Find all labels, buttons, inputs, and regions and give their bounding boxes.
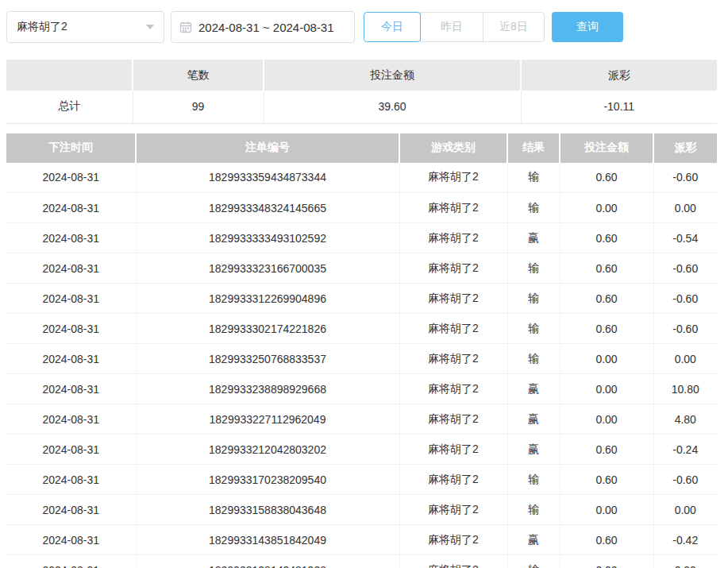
- table-row: 2024-08-31 1829933333493102592 麻将胡了2 赢 0…: [6, 223, 717, 253]
- bet-amount: 0.60: [560, 284, 653, 314]
- bet-date: 2024-08-31: [6, 495, 136, 525]
- date-range-value: 2024-08-31 ~ 2024-08-31: [198, 21, 334, 34]
- bet-result: 赢: [507, 435, 560, 465]
- toolbar: 麻将胡了2 2024-08-31 ~ 2024-08-31: [6, 11, 722, 43]
- bet-amount: 0.00: [560, 404, 653, 435]
- bet-result: 输: [507, 344, 560, 374]
- game-type: 麻将胡了2: [399, 223, 507, 253]
- bet-date: 2024-08-31: [6, 284, 136, 314]
- bet-result: 输: [507, 163, 560, 193]
- bet-id: 1829933359434873344: [136, 163, 399, 193]
- summary-table: 笔数 投注金额 派彩 总计 99 39.60 -10.11: [6, 60, 717, 124]
- game-type: 麻将胡了2: [399, 314, 507, 344]
- table-row: 2024-08-31 1829933302174221826 麻将胡了2 输 0…: [6, 314, 717, 344]
- bet-id: 1829933158838043648: [136, 495, 399, 525]
- game-type: 麻将胡了2: [399, 193, 507, 223]
- bet-result: 输: [507, 193, 560, 223]
- summary-count-value: 99: [133, 91, 264, 123]
- bet-result: 赢: [507, 223, 560, 253]
- bet-id: 1829933302174221826: [136, 314, 399, 344]
- table-row: 2024-08-31 1829933170238209540 麻将胡了2 输 0…: [6, 465, 717, 495]
- bet-result: 输: [507, 284, 560, 314]
- bet-payout: -0.54: [653, 223, 717, 253]
- bet-payout: 0.00: [653, 344, 717, 374]
- summary-total-row: 总计 99 39.60 -10.11: [6, 91, 717, 123]
- yesterday-button[interactable]: 昨日: [420, 12, 483, 42]
- today-button[interactable]: 今日: [364, 12, 421, 42]
- bet-date: 2024-08-31: [6, 435, 136, 465]
- bet-amount: 0.60: [560, 253, 653, 284]
- table-row: 2024-08-31 1829933227112962049 麻将胡了2 赢 0…: [6, 404, 717, 435]
- bet-records-page: 麻将胡了2 2024-08-31 ~ 2024-08-31: [0, 11, 728, 568]
- bet-id: 1829933250768833537: [136, 344, 399, 374]
- quick-range-group: 今日 昨日 近8日: [364, 12, 545, 42]
- summary-header-count: 笔数: [133, 60, 264, 91]
- bet-amount: 0.00: [560, 374, 653, 404]
- bet-payout: -0.60: [653, 253, 717, 284]
- bet-result: 赢: [507, 404, 560, 435]
- game-select[interactable]: 麻将胡了2: [6, 11, 164, 43]
- bet-result: 输: [507, 253, 560, 284]
- bet-date: 2024-08-31: [6, 404, 136, 435]
- bet-date: 2024-08-31: [6, 525, 136, 555]
- table-row: 2024-08-31 1829933212042803202 麻将胡了2 赢 0…: [6, 435, 717, 465]
- bet-amount: 0.60: [560, 314, 653, 344]
- summary-header-bet-amount: 投注金额: [264, 60, 521, 91]
- game-select-value: 麻将胡了2: [17, 20, 67, 34]
- game-type: 麻将胡了2: [399, 163, 507, 193]
- summary-header-row: 笔数 投注金额 派彩: [6, 60, 717, 91]
- bet-id: 1829933348324145665: [136, 193, 399, 223]
- bet-id: 1829933170238209540: [136, 465, 399, 495]
- bet-amount: 0.60: [560, 435, 653, 465]
- bet-date: 2024-08-31: [6, 465, 136, 495]
- bet-amount: 0.00: [560, 344, 653, 374]
- bet-payout: -0.60: [653, 163, 717, 193]
- header-result: 结果: [507, 133, 560, 163]
- last-8-days-button[interactable]: 近8日: [483, 12, 545, 42]
- table-row: 2024-08-31 1829933143851842049 麻将胡了2 赢 0…: [6, 525, 717, 555]
- bet-payout: 10.80: [653, 374, 717, 404]
- bet-id: 1829933143851842049: [136, 525, 399, 555]
- calendar-icon: [179, 21, 192, 33]
- summary-header-blank: [6, 60, 133, 91]
- table-row: 2024-08-31 1829933128143481928 麻将胡了2 输 0…: [6, 555, 717, 568]
- bet-payout: -0.24: [653, 435, 717, 465]
- bet-payout: 4.80: [653, 404, 717, 435]
- table-row: 2024-08-31 1829933312269904896 麻将胡了2 输 0…: [6, 284, 717, 314]
- bet-date: 2024-08-31: [6, 193, 136, 223]
- bet-result: 输: [507, 495, 560, 525]
- query-button[interactable]: 查询: [552, 12, 623, 42]
- bet-payout: 0.00: [653, 495, 717, 525]
- date-range-picker[interactable]: 2024-08-31 ~ 2024-08-31: [171, 11, 355, 43]
- bet-result: 输: [507, 555, 560, 568]
- bet-amount: 0.00: [560, 495, 653, 525]
- bet-amount: 0.60: [560, 465, 653, 495]
- header-bet-amount: 投注金额: [560, 133, 653, 163]
- header-game-type: 游戏类别: [399, 133, 507, 163]
- game-type: 麻将胡了2: [399, 465, 507, 495]
- bet-amount: 0.60: [560, 163, 653, 193]
- bet-id: 1829933312269904896: [136, 284, 399, 314]
- game-type: 麻将胡了2: [399, 253, 507, 284]
- header-bet-id: 注单编号: [136, 133, 399, 163]
- bet-amount: 0.60: [560, 223, 653, 253]
- bet-amount: 0.60: [560, 525, 653, 555]
- bet-id: 1829933333493102592: [136, 223, 399, 253]
- table-row: 2024-08-31 1829933359434873344 麻将胡了2 输 0…: [6, 163, 717, 193]
- header-bet-time: 下注时间: [6, 133, 136, 163]
- bet-table-body: 2024-08-31 1829933359434873344 麻将胡了2 输 0…: [6, 163, 717, 568]
- bet-result: 赢: [507, 525, 560, 555]
- bet-id: 1829933212042803202: [136, 435, 399, 465]
- summary-bet-amount-value: 39.60: [264, 91, 521, 123]
- records-header-row: 下注时间 注单编号 游戏类别 结果 投注金额 派彩: [6, 133, 717, 163]
- game-type: 麻将胡了2: [399, 555, 507, 568]
- bet-date: 2024-08-31: [6, 555, 136, 568]
- bet-result: 输: [507, 314, 560, 344]
- header-payout: 派彩: [653, 133, 717, 163]
- bet-date: 2024-08-31: [6, 314, 136, 344]
- chevron-down-icon: [146, 25, 154, 29]
- game-type: 麻将胡了2: [399, 495, 507, 525]
- table-row: 2024-08-31 1829933348324145665 麻将胡了2 输 0…: [6, 193, 717, 223]
- bet-id: 1829933227112962049: [136, 404, 399, 435]
- bet-amount: 0.00: [560, 193, 653, 223]
